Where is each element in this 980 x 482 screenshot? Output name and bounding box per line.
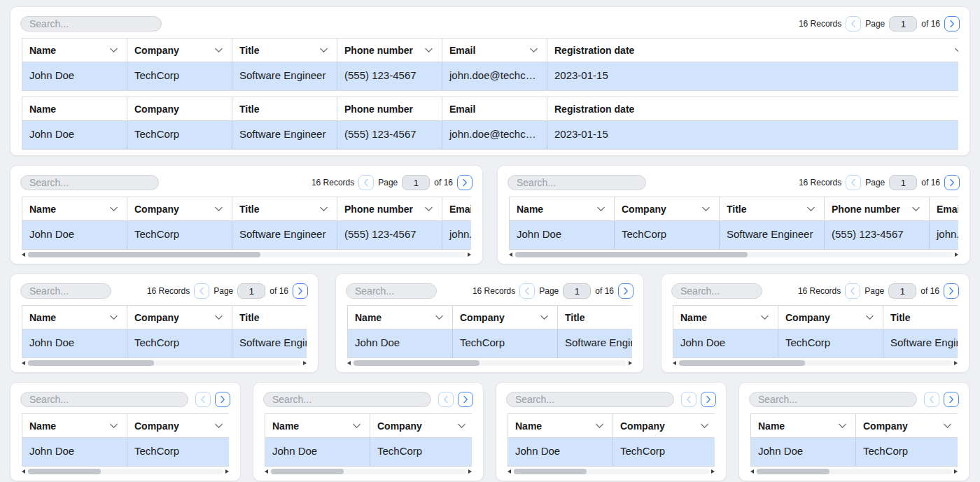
chevron-down-icon[interactable] [595,423,604,429]
chevron-down-icon[interactable] [214,48,223,53]
chevron-down-icon[interactable] [529,48,538,53]
search-input[interactable] [20,175,159,190]
column-header-title[interactable]: Title [232,306,307,329]
next-page-button[interactable] [944,392,959,407]
chevron-down-icon[interactable] [435,315,444,320]
table-row[interactable]: John Doe TechCorp Software Engineer (555… [22,121,958,149]
chevron-down-icon[interactable] [943,423,952,429]
prev-page-button[interactable] [195,392,211,407]
chevron-down-icon[interactable] [596,206,606,212]
scrollbar-track[interactable] [27,252,465,257]
chevron-down-icon[interactable] [911,206,920,212]
column-header-name[interactable]: Name [508,414,613,437]
prev-page-button[interactable] [924,392,939,407]
scrollbar-thumb[interactable] [679,360,805,366]
horizontal-scrollbar[interactable] [22,468,229,475]
triangle-left-icon[interactable] [673,361,676,365]
column-header-email[interactable]: Email [442,197,471,220]
chevron-down-icon[interactable] [352,423,361,429]
scrollbar-thumb[interactable] [515,252,748,257]
table-row[interactable]: John Doe TechCorp Software Engineer (555… [348,329,632,357]
triangle-right-icon[interactable] [225,469,229,474]
prev-page-button[interactable] [519,283,535,299]
chevron-down-icon[interactable] [424,206,433,212]
column-header-company[interactable]: Company [613,414,715,437]
chevron-down-icon[interactable] [214,423,223,429]
next-page-button[interactable] [701,392,716,407]
triangle-right-icon[interactable] [954,469,958,474]
column-header-title[interactable]: Title [883,306,958,329]
column-header-phone[interactable]: Phone number [825,197,930,220]
chevron-down-icon[interactable] [319,206,328,212]
triangle-left-icon[interactable] [22,361,25,365]
page-number-input[interactable] [402,175,430,190]
horizontal-scrollbar[interactable] [347,360,632,367]
column-header-title[interactable]: Title [232,197,337,220]
prev-page-button[interactable] [194,283,209,299]
triangle-right-icon[interactable] [955,253,958,257]
next-page-button[interactable] [944,283,959,299]
scrollbar-track[interactable] [353,360,626,366]
next-page-button[interactable] [293,283,308,299]
chevron-down-icon[interactable] [109,423,118,429]
search-input[interactable] [346,283,437,299]
search-input[interactable] [506,392,674,407]
triangle-left-icon[interactable] [22,469,25,474]
triangle-right-icon[interactable] [303,361,307,365]
column-header-name[interactable]: Name [22,38,127,62]
next-page-button[interactable] [944,16,960,31]
scrollbar-track[interactable] [513,469,709,474]
horizontal-scrollbar[interactable] [509,251,958,258]
triangle-left-icon[interactable] [347,361,351,365]
column-header-email[interactable]: Email [930,197,958,220]
scrollbar-thumb[interactable] [28,360,154,366]
horizontal-scrollbar[interactable] [750,468,958,475]
table-row[interactable]: John Doe TechCorp Software Engineer (555… [22,438,229,466]
triangle-right-icon[interactable] [711,469,715,474]
chevron-down-icon[interactable] [109,206,118,212]
chevron-down-icon[interactable] [424,48,433,53]
table-row[interactable]: John Doe TechCorp Software Engineer (555… [265,438,472,466]
search-input[interactable] [263,392,431,407]
triangle-left-icon[interactable] [507,469,511,474]
search-input[interactable] [749,392,917,407]
scrollbar-track[interactable] [756,469,952,474]
scrollbar-thumb[interactable] [28,252,260,257]
chevron-down-icon[interactable] [760,315,769,320]
chevron-down-icon[interactable] [214,315,223,320]
triangle-right-icon[interactable] [629,361,632,365]
column-header-name[interactable]: Name [751,414,856,437]
column-header-company[interactable]: Company [615,197,720,220]
table-row[interactable]: John Doe TechCorp Software Engineer (555… [508,438,715,466]
horizontal-scrollbar[interactable] [507,468,715,475]
chevron-down-icon[interactable] [865,315,874,320]
page-number-input[interactable] [889,175,917,190]
scrollbar-thumb[interactable] [354,360,479,366]
triangle-right-icon[interactable] [468,469,472,474]
scrollbar-thumb[interactable] [757,469,830,474]
page-number-input[interactable] [563,283,591,299]
column-header-company[interactable]: Company [127,197,232,220]
scrollbar-thumb[interactable] [271,469,344,474]
chevron-down-icon[interactable] [319,48,328,53]
column-header-name[interactable]: Name [348,306,453,329]
prev-page-button[interactable] [845,283,860,299]
scrollbar-thumb[interactable] [28,469,101,474]
column-header-name[interactable]: Name [510,197,615,220]
page-number-input[interactable] [237,283,265,299]
column-header-name[interactable]: Name [22,197,127,220]
search-input[interactable] [20,283,111,299]
chevron-down-icon[interactable] [700,423,709,429]
chevron-down-icon[interactable] [701,206,710,212]
scrollbar-track[interactable] [678,360,952,366]
column-header-name[interactable]: Name [22,306,127,329]
prev-page-button[interactable] [846,175,861,190]
triangle-left-icon[interactable] [265,469,268,474]
scrollbar-thumb[interactable] [514,469,587,474]
chevron-down-icon[interactable] [540,315,549,320]
triangle-right-icon[interactable] [468,253,471,257]
column-header-name[interactable]: Name [673,306,778,329]
column-header-name[interactable]: Name [22,414,127,437]
column-header-company[interactable]: Company [453,306,558,329]
column-header-company[interactable]: Company [127,414,229,437]
